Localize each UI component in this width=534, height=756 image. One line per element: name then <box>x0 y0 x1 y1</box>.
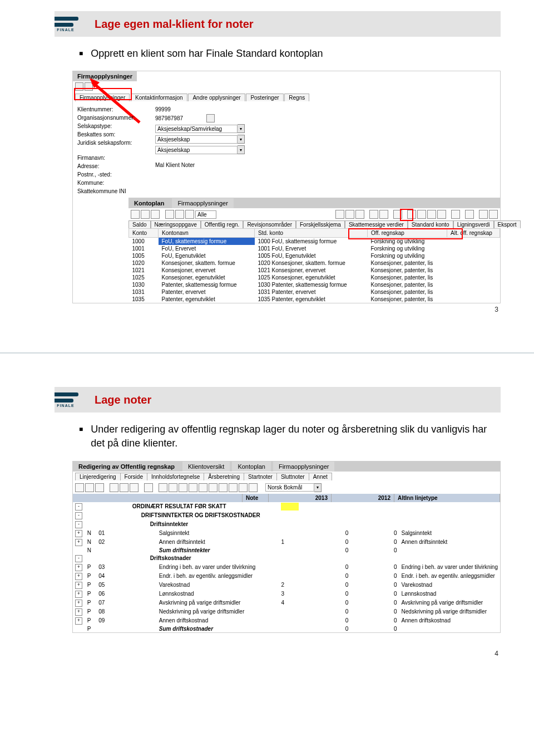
chevron-down-icon[interactable]: ▾ <box>238 124 245 133</box>
tool-icon[interactable] <box>407 210 416 219</box>
table-row[interactable]: + P 06 Lønnskostnad 3 0 0 Lønnskostnad <box>73 590 500 598</box>
expander-icon[interactable]: + <box>75 591 82 598</box>
tool-icon[interactable] <box>175 210 184 219</box>
table-row[interactable]: 1035Patenter, egenutviklet1035 Patenter,… <box>129 296 500 303</box>
select-beskattes[interactable]: Aksjeselskap <box>155 135 238 144</box>
expander-icon[interactable]: + <box>75 573 82 580</box>
tab-kontoplan[interactable]: Kontoplan <box>232 462 271 472</box>
subtab-offentlig-regn[interactable]: Offentlig regn. <box>201 220 244 228</box>
tool-icon[interactable] <box>451 210 460 219</box>
table-row[interactable]: - Driftsinntekter <box>73 520 500 529</box>
subtab-innholdsfortegnelse[interactable]: Innholdsfortegnelse <box>147 473 204 480</box>
subtab-forskjellsskjema[interactable]: Forskjellsskjema <box>296 220 345 228</box>
tool-icon[interactable] <box>219 483 228 492</box>
tool-icon[interactable] <box>75 82 83 91</box>
tab-klientoversikt[interactable]: Klientoversikt <box>182 462 230 472</box>
expander-icon[interactable]: + <box>75 617 82 625</box>
firma-header-tab[interactable]: Firmaopplysninger <box>73 71 137 81</box>
expander-icon[interactable]: + <box>75 530 82 537</box>
expander-icon[interactable]: - <box>75 503 82 510</box>
tool-icon[interactable] <box>110 483 118 492</box>
table-row[interactable]: + P 08 Nedskrivning på varige driftsmidl… <box>73 607 500 616</box>
tool-icon[interactable] <box>151 210 160 219</box>
chevron-down-icon[interactable]: ▾ <box>238 135 245 144</box>
col-kontonavn[interactable]: Kontonavn <box>159 229 255 238</box>
table-row[interactable]: 1025Konsesjoner, egenutviklet1025 Konses… <box>129 274 500 281</box>
subtab-linjeredigering[interactable]: Linjeredigering <box>75 473 121 480</box>
kontoplan-table[interactable]: Konto Kontonavn Std. konto Off. regnskap… <box>128 228 500 303</box>
tool-icon[interactable] <box>95 483 104 492</box>
subtab-eksport[interactable]: Eksport <box>494 220 521 228</box>
table-row[interactable]: P Sum driftskostnader 0 0 <box>73 625 500 632</box>
table-row[interactable]: 1030Patenter, skattemessig formue1030 Pa… <box>129 281 500 288</box>
tool-icon[interactable] <box>355 210 364 219</box>
tool-icon[interactable] <box>393 210 402 219</box>
tool-icon[interactable] <box>479 210 488 219</box>
result-table[interactable]: - ORDINÆRT RESULTAT FØR SKATT - DRIFTSIN… <box>73 502 500 632</box>
tool-icon[interactable] <box>185 210 194 219</box>
tool-icon[interactable] <box>165 210 174 219</box>
expander-icon[interactable]: + <box>75 582 82 589</box>
tool-icon[interactable] <box>437 210 446 219</box>
expander-icon[interactable]: - <box>75 512 82 519</box>
chevron-down-icon[interactable]: ▾ <box>238 145 245 154</box>
expander-icon[interactable]: + <box>75 600 82 607</box>
tool-icon[interactable] <box>369 210 378 219</box>
table-row[interactable]: 1031Patenter, ervervet1031 Patenter, erv… <box>129 288 500 296</box>
subtab-ligningsverdi[interactable]: Ligningsverdi <box>453 220 494 228</box>
subtab-standard-konto[interactable]: Standard konto <box>408 220 453 228</box>
tool-icon[interactable] <box>239 483 248 492</box>
tool-icon[interactable] <box>335 210 344 219</box>
subtab-naeringsoppgave[interactable]: Næringsoppgave <box>151 220 201 228</box>
expander-icon[interactable]: + <box>75 564 82 571</box>
expander-icon[interactable]: - <box>75 521 82 528</box>
tab-firmaopplysninger[interactable]: Firmaopplysninger <box>75 94 130 101</box>
tool-icon[interactable] <box>189 483 197 492</box>
table-row[interactable]: + P 07 Avskrivning på varige driftsmidle… <box>73 598 500 607</box>
tool-icon[interactable] <box>85 483 94 492</box>
table-row[interactable]: - DRIFTSINNTEKTER OG DRIFTSKOSTNADER <box>73 511 500 520</box>
language-select[interactable]: Norsk Bokmål <box>265 483 314 492</box>
tool-icon[interactable] <box>465 210 474 219</box>
table-row[interactable]: + P 09 Annen driftskostnad 0 0 Annen dri… <box>73 616 500 625</box>
table-row[interactable]: N Sum driftsinntekter 0 0 <box>73 547 500 554</box>
table-row[interactable]: 1005FoU, Egenutviklet1005 FoU, Egenutvik… <box>129 252 500 259</box>
tool-icon[interactable] <box>489 210 498 219</box>
tool-icon[interactable] <box>130 483 139 492</box>
expander-icon[interactable]: + <box>75 539 82 546</box>
tool-icon[interactable] <box>144 483 153 492</box>
table-row[interactable]: 1020Konsesjoner, skattem. formue1020 Kon… <box>129 259 500 267</box>
tool-icon[interactable] <box>427 210 436 219</box>
tab-kontaktinformasjon[interactable]: Kontaktinformasjon <box>131 94 187 101</box>
tab-redigering[interactable]: Redigering av Offentlig regnskap <box>73 462 180 472</box>
tool-icon[interactable] <box>417 210 426 219</box>
tab-firmaopplysninger[interactable]: Firmaopplysninger <box>273 462 334 472</box>
subtab-saldo[interactable]: Saldo <box>128 220 151 228</box>
tool-icon[interactable] <box>120 483 128 492</box>
tab-andre-opplysninger[interactable]: Andre opplysninger <box>188 94 245 101</box>
subtab-forside[interactable]: Forside <box>120 473 147 480</box>
tool-icon[interactable] <box>85 82 93 91</box>
subtab-revisjonsomraader[interactable]: Revisjonsområder <box>243 220 296 228</box>
table-row[interactable]: 1021Konsesjoner, ervervet1021 Konsesjone… <box>129 267 500 274</box>
tool-icon[interactable] <box>179 483 187 492</box>
col-konto[interactable]: Konto <box>129 229 159 238</box>
table-row[interactable]: 1001FoU, Ervervet1001 FoU, ErvervetForsk… <box>129 245 500 252</box>
table-row[interactable]: + P 05 Varekostnad 2 0 0 Varekostnad <box>73 581 500 590</box>
orgnr-lookup-icon[interactable] <box>206 114 215 122</box>
tool-icon[interactable] <box>159 483 167 492</box>
tool-icon[interactable] <box>75 483 84 492</box>
expander-icon[interactable]: - <box>75 555 82 562</box>
subtab-aarsberetning[interactable]: Årsberetning <box>204 473 244 480</box>
table-row[interactable]: + N 02 Annen driftsinntekt 1 0 0 Annen d… <box>73 538 500 547</box>
tool-icon[interactable] <box>249 483 258 492</box>
tool-icon[interactable] <box>141 210 150 219</box>
subtab-skattemessige[interactable]: Skattemessige verdier <box>345 220 408 228</box>
tab-posteringer[interactable]: Posteringer <box>246 94 283 101</box>
filter-select[interactable]: Alle <box>195 210 216 219</box>
tab-regns[interactable]: Regns <box>284 94 309 101</box>
chevron-down-icon[interactable]: ▾ <box>314 483 322 492</box>
tool-icon[interactable] <box>209 483 217 492</box>
tool-icon[interactable] <box>345 210 354 219</box>
subtab-annet[interactable]: Annet <box>309 473 332 480</box>
